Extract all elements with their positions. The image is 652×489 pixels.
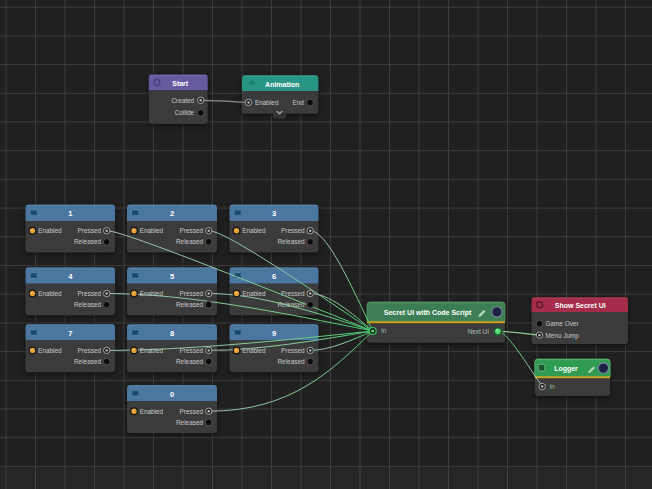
svg-text:Released: Released bbox=[176, 419, 203, 426]
svg-text:Logger: Logger bbox=[554, 365, 578, 373]
svg-text:Enabled: Enabled bbox=[255, 99, 279, 106]
svg-text:Pressed: Pressed bbox=[78, 227, 102, 234]
svg-text:Enabled: Enabled bbox=[242, 290, 266, 297]
svg-text:Start: Start bbox=[172, 80, 189, 87]
svg-text:Enabled: Enabled bbox=[38, 227, 62, 234]
svg-text:Enabled: Enabled bbox=[38, 290, 62, 297]
svg-text:0: 0 bbox=[170, 390, 174, 399]
svg-text:Created: Created bbox=[171, 97, 194, 104]
svg-text:Animation: Animation bbox=[265, 81, 299, 88]
svg-text:Released: Released bbox=[277, 358, 304, 365]
svg-text:Released: Released bbox=[176, 301, 203, 308]
svg-text:Pressed: Pressed bbox=[180, 408, 204, 415]
svg-text:Show Secret UI: Show Secret UI bbox=[555, 302, 606, 309]
svg-text:In: In bbox=[550, 383, 556, 390]
svg-text:Enabled: Enabled bbox=[140, 347, 164, 354]
svg-text:Pressed: Pressed bbox=[78, 290, 102, 297]
svg-text:Pressed: Pressed bbox=[78, 347, 102, 354]
svg-text:Released: Released bbox=[176, 358, 203, 365]
svg-text:6: 6 bbox=[272, 272, 276, 281]
svg-text:End: End bbox=[292, 99, 304, 106]
svg-text:In: In bbox=[381, 327, 387, 334]
svg-text:Released: Released bbox=[176, 238, 203, 245]
svg-text:Next UI: Next UI bbox=[468, 328, 490, 335]
svg-text:Pressed: Pressed bbox=[281, 227, 305, 234]
svg-text:2: 2 bbox=[170, 209, 174, 218]
svg-text:Collide: Collide bbox=[175, 109, 195, 116]
svg-text:Released: Released bbox=[277, 238, 304, 245]
svg-text:Pressed: Pressed bbox=[180, 227, 204, 234]
svg-text:Pressed: Pressed bbox=[180, 290, 204, 297]
svg-text:Secret UI with Code Script: Secret UI with Code Script bbox=[384, 309, 472, 317]
svg-text:Released: Released bbox=[74, 358, 101, 365]
svg-text:Enabled: Enabled bbox=[140, 408, 164, 415]
svg-text:Released: Released bbox=[74, 238, 101, 245]
svg-text:7: 7 bbox=[68, 329, 72, 338]
svg-text:Pressed: Pressed bbox=[281, 347, 305, 354]
svg-text:Game Over: Game Over bbox=[546, 320, 580, 327]
svg-text:Enabled: Enabled bbox=[140, 227, 164, 234]
svg-text:Enabled: Enabled bbox=[38, 347, 62, 354]
svg-text:Enabled: Enabled bbox=[242, 227, 266, 234]
svg-text:Released: Released bbox=[74, 301, 101, 308]
svg-text:3: 3 bbox=[272, 209, 276, 218]
svg-text:Menu Jump: Menu Jump bbox=[546, 332, 580, 340]
svg-text:8: 8 bbox=[170, 329, 174, 338]
svg-text:9: 9 bbox=[272, 329, 276, 338]
